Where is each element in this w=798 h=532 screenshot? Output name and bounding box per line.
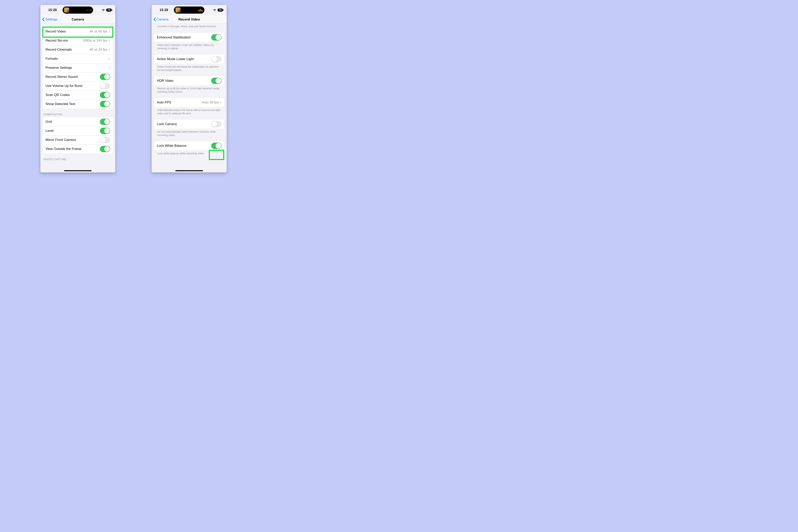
row-record-cinematic[interactable]: Record Cinematic 4K at 24 fps <box>43 45 113 54</box>
page-title: Record Video <box>178 18 200 21</box>
row-enhanced-stabilisation: Enhanced Stabilisation <box>154 33 224 42</box>
chevron-right-icon <box>109 39 110 42</box>
row-record-video[interactable]: Record Video 4K at 60 fps <box>43 27 113 36</box>
group-hdr-video: HDR Video <box>154 76 224 85</box>
row-action-mode-lower-light: Action Mode Lower Light <box>154 55 224 64</box>
toggle-grid[interactable] <box>100 119 110 125</box>
row-label: Mirror Front Camera <box>45 138 100 142</box>
row-record-slomo[interactable]: Record Slo-mo 1080p at 240 fps <box>43 36 113 45</box>
footer-lock-camera: Do not automatically switch between came… <box>152 129 227 138</box>
row-label: Use Volume Up for Burst <box>45 84 100 88</box>
row-mirror-front: Mirror Front Camera <box>43 135 113 145</box>
row-value: 4K at 60 fps <box>90 30 108 34</box>
row-label: HDR Video <box>157 79 211 83</box>
toggle-view-outside[interactable] <box>100 146 110 152</box>
now-playing-eq-icon <box>86 10 92 11</box>
section-header-composition: Composition <box>40 109 115 117</box>
footer-enhanced-stabilisation: Video and Cinematic mode will stabilise … <box>152 42 227 52</box>
row-label: Show Detected Text <box>45 102 100 106</box>
dynamic-island[interactable] <box>174 6 205 14</box>
row-view-outside: View Outside the Frame <box>43 145 113 153</box>
row-value: 1080p at 240 fps <box>82 39 108 42</box>
row-volume-burst: Use Volume Up for Burst <box>43 81 113 91</box>
now-playing-eq-icon <box>198 9 203 12</box>
chevron-right-icon <box>220 101 222 104</box>
status-bar: 15:28 75 <box>152 5 227 15</box>
status-bar: 15:28 75 <box>40 5 115 15</box>
row-label: Level <box>45 129 100 133</box>
toggle-action-mode-lower-light[interactable] <box>211 56 222 62</box>
group-enhanced-stabilisation: Enhanced Stabilisation <box>154 33 224 42</box>
toggle-lock-camera[interactable] <box>211 121 222 127</box>
row-label: Lock Camera <box>157 122 211 126</box>
phone-record-video-settings: 15:28 75 Camera Record Video countries i… <box>152 5 227 172</box>
now-playing-art-icon <box>175 7 181 13</box>
toggle-detected-text[interactable] <box>100 101 110 107</box>
toggle-scan-qr[interactable] <box>100 92 110 98</box>
row-preserve-settings[interactable]: Preserve Settings <box>43 63 113 72</box>
chevron-right-icon <box>109 48 110 51</box>
now-playing-art-icon <box>64 7 69 13</box>
group-lock-white-balance: Lock White Balance <box>154 141 224 150</box>
home-indicator[interactable] <box>175 170 203 171</box>
row-label: Record Cinematic <box>45 48 90 52</box>
nav-header: Settings Camera <box>40 15 115 24</box>
toggle-level[interactable] <box>100 128 110 134</box>
row-label: Enhanced Stabilisation <box>157 36 211 39</box>
row-label: View Outside the Frame <box>45 147 100 151</box>
row-label: Auto FPS <box>157 100 202 104</box>
row-scan-qr: Scan QR Codes <box>43 91 113 99</box>
toggle-volume-burst[interactable] <box>100 83 110 89</box>
toggle-record-stereo[interactable] <box>100 74 110 80</box>
status-time: 15:28 <box>159 8 168 12</box>
chevron-right-icon <box>109 66 110 69</box>
row-label: Formats <box>45 57 109 61</box>
nav-header: Camera Record Video <box>152 15 227 24</box>
row-grid: Grid <box>43 117 113 126</box>
home-indicator[interactable] <box>64 170 92 171</box>
toggle-enhanced-stabilisation[interactable] <box>211 34 222 41</box>
wifi-icon <box>102 8 105 12</box>
phone-camera-settings: 15:28 75 Settings Camera Record Video 4K… <box>40 5 115 172</box>
toggle-mirror-front[interactable] <box>100 137 110 143</box>
row-lock-white-balance: Lock White Balance <box>154 141 224 150</box>
chevron-right-icon <box>109 30 110 33</box>
battery-indicator: 75 <box>217 8 223 12</box>
toggle-lock-white-balance[interactable] <box>211 142 222 149</box>
toggle-hdr-video[interactable] <box>211 78 222 84</box>
row-value: 4K at 24 fps <box>90 48 108 52</box>
back-button[interactable]: Settings <box>40 17 57 21</box>
group-composition: Grid Level Mirror Front Camera View Outs… <box>43 117 113 153</box>
group-recording: Record Video 4K at 60 fps Record Slo-mo … <box>43 27 113 109</box>
footer-hdr-video: Record up to 60 fps video in 10-bit high… <box>152 85 227 95</box>
settings-scroll[interactable]: Record Video 4K at 60 fps Record Slo-mo … <box>40 24 115 172</box>
footer-lock-white-balance: Lock white balance while recording video… <box>152 150 227 156</box>
row-auto-fps[interactable]: Auto FPS Auto 30 fps <box>154 98 224 107</box>
row-label: Grid <box>45 120 100 124</box>
dynamic-island[interactable] <box>63 6 93 14</box>
wifi-icon <box>213 8 216 12</box>
settings-scroll[interactable]: countries in Europe, Africa, Asia and So… <box>152 24 227 172</box>
page-title: Camera <box>72 18 84 21</box>
row-record-stereo: Record Stereo Sound <box>43 72 113 81</box>
back-label: Camera <box>157 18 169 21</box>
back-label: Settings <box>45 18 57 21</box>
row-formats[interactable]: Formats <box>43 54 113 63</box>
status-time: 15:28 <box>48 8 57 12</box>
battery-indicator: 75 <box>106 8 112 12</box>
row-detected-text: Show Detected Text <box>43 99 113 109</box>
footer-text-pal-partial: countries in Europe, Africa, Asia and So… <box>152 24 227 30</box>
chevron-right-icon <box>109 57 110 60</box>
row-label: Record Slo-mo <box>45 39 82 42</box>
row-label: Record Stereo Sound <box>45 75 100 79</box>
group-lock-camera: Lock Camera <box>154 120 224 129</box>
footer-action-mode: Action mode will decrease the stabilisat… <box>152 64 227 73</box>
row-hdr-video: HDR Video <box>154 76 224 85</box>
row-value: Auto 30 fps <box>202 100 219 104</box>
back-button[interactable]: Camera <box>152 17 169 21</box>
row-label: Record Video <box>45 30 90 34</box>
section-header-photo-capture: Photo Capture <box>40 153 115 162</box>
group-auto-fps: Auto FPS Auto 30 fps <box>154 98 224 107</box>
row-level: Level <box>43 126 113 135</box>
row-label: Action Mode Lower Light <box>157 57 211 61</box>
